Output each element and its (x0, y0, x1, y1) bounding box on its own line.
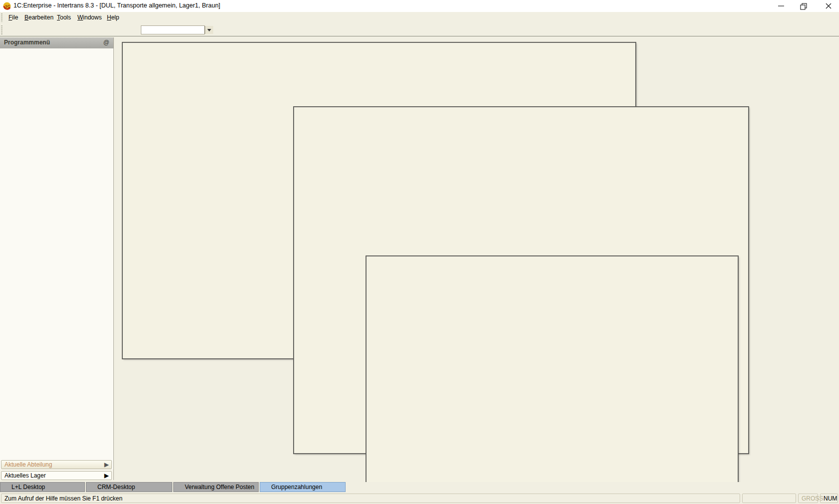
svg-text:1C: 1C (5, 4, 10, 8)
